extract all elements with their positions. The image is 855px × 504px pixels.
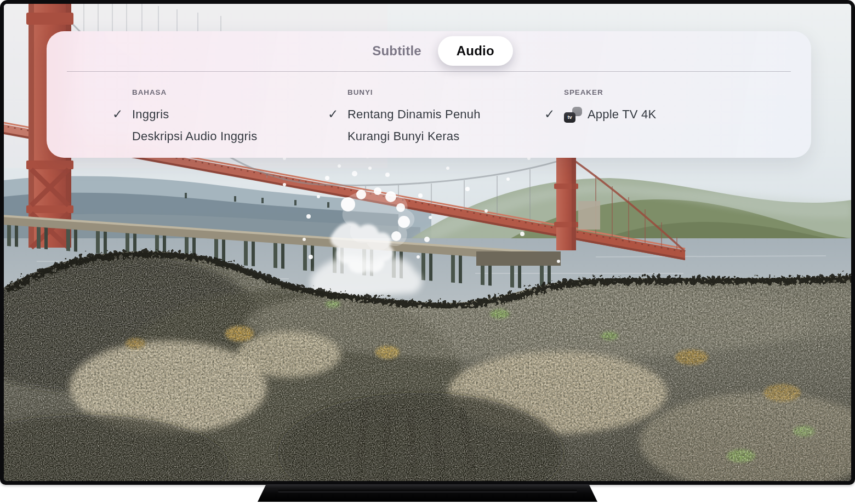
speaker-name-label: Apple TV 4K: [588, 107, 656, 122]
apple-tv-device-icon: tv: [564, 107, 582, 123]
checkmark-placeholder: [328, 136, 347, 137]
tab-audio[interactable]: Audio: [438, 36, 513, 66]
tv-stand: [258, 484, 597, 502]
menu-item-kurangi-bunyi-keras[interactable]: Kurangi Bunyi Keras: [347, 129, 481, 144]
checkmark-icon: ✓: [112, 108, 132, 122]
menu-item-apple-tv-4k[interactable]: tv Apple TV 4K: [564, 107, 656, 123]
tv-bezel: Subtitle Audio BAHASA ✓ Inggris Deskrips…: [0, 0, 855, 485]
checkmark-icon: ✓: [328, 108, 347, 122]
tab-bar: Subtitle Audio: [53, 31, 818, 66]
column-sound-header: BUNYI: [347, 88, 481, 104]
column-language: BAHASA ✓ Inggris Deskripsi Audio Inggris: [112, 82, 257, 147]
column-language-header: BAHASA: [132, 88, 257, 104]
column-sound: BUNYI ✓ Rentang Dinamis Penuh Kurangi Bu…: [328, 82, 481, 147]
menu-item-deskripsi-audio-inggris[interactable]: Deskripsi Audio Inggris: [132, 129, 257, 144]
tv-stand-groove: [278, 490, 577, 492]
column-speaker-header: SPEAKER: [564, 88, 656, 104]
menu-item-inggris[interactable]: Inggris: [132, 107, 257, 122]
tab-subtitle[interactable]: Subtitle: [358, 36, 436, 66]
apple-tv-box-icon: tv: [564, 112, 575, 123]
apple-tv-logo-text: tv: [567, 114, 572, 120]
column-speaker: SPEAKER ✓ tv Apple TV 4K: [544, 82, 656, 125]
panel-columns: BAHASA ✓ Inggris Deskripsi Audio Inggris…: [47, 72, 811, 151]
checkmark-placeholder: [112, 136, 132, 137]
audio-settings-panel: Subtitle Audio BAHASA ✓ Inggris Deskrips…: [47, 31, 811, 158]
menu-item-rentang-dinamis-penuh[interactable]: Rentang Dinamis Penuh: [347, 107, 481, 122]
page: Subtitle Audio BAHASA ✓ Inggris Deskrips…: [0, 0, 855, 504]
tv-screen: Subtitle Audio BAHASA ✓ Inggris Deskrips…: [4, 4, 851, 481]
checkmark-icon: ✓: [544, 108, 564, 122]
